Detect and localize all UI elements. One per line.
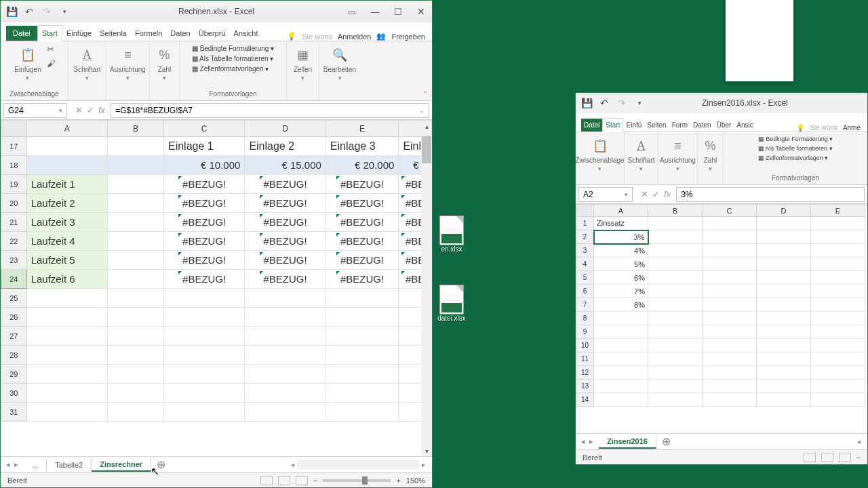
enter-formula-icon[interactable]: ✓: [87, 105, 94, 115]
cell[interactable]: [245, 346, 326, 365]
cell[interactable]: [703, 217, 757, 230]
row-header-20[interactable]: 20: [1, 194, 27, 213]
tab-data[interactable]: Daten: [166, 26, 194, 41]
conditional-formatting-button[interactable]: ▦ Bedingte Formatierung ▾: [190, 44, 276, 53]
row-header-27[interactable]: 27: [1, 327, 27, 346]
row-header-8[interactable]: 8: [576, 312, 594, 325]
cell[interactable]: [326, 346, 399, 365]
cell[interactable]: Laufzeit 6: [26, 270, 107, 289]
tab-file[interactable]: Datei: [581, 119, 602, 131]
cell[interactable]: [648, 339, 703, 352]
cell[interactable]: 3%: [594, 230, 648, 244]
cell[interactable]: [648, 244, 703, 258]
cell[interactable]: [757, 366, 811, 380]
cell[interactable]: [245, 289, 326, 308]
page-layout-view-button[interactable]: [278, 476, 290, 485]
row-header-1[interactable]: 1: [576, 217, 594, 230]
cell[interactable]: Laufzeit 3: [26, 213, 107, 232]
cell[interactable]: [163, 403, 244, 422]
cell[interactable]: [703, 258, 757, 271]
cell[interactable]: [757, 325, 811, 339]
cell-error[interactable]: #BEZUG!: [245, 194, 326, 213]
cell[interactable]: 6%: [594, 271, 648, 285]
fx-icon[interactable]: fx: [664, 189, 671, 199]
cell[interactable]: [648, 325, 703, 339]
cell[interactable]: Laufzeit 4: [26, 232, 107, 251]
cell-error[interactable]: #BEZUG!: [163, 251, 244, 270]
chevron-down-icon[interactable]: ▾: [625, 191, 628, 198]
sheet-tab-zinsen2016[interactable]: Zinsen2016: [599, 435, 656, 449]
cell[interactable]: [26, 308, 107, 327]
cell[interactable]: [107, 251, 163, 270]
tab-formulas[interactable]: Formeln: [131, 26, 166, 41]
cell[interactable]: [107, 213, 163, 232]
normal-view-button[interactable]: [260, 476, 273, 485]
row-header-30[interactable]: 30: [1, 384, 27, 403]
hscroll-right-icon[interactable]: ▸: [422, 461, 425, 468]
cell[interactable]: [107, 308, 163, 327]
cell[interactable]: [245, 403, 326, 422]
tell-me-icon[interactable]: 💡: [796, 124, 804, 131]
select-all-corner[interactable]: [1, 121, 27, 137]
zoom-slider[interactable]: [323, 479, 391, 482]
cell-error[interactable]: #BEZUG!: [326, 232, 399, 251]
cell-error[interactable]: #BEZUG!: [163, 270, 244, 289]
row-header-11[interactable]: 11: [576, 352, 594, 366]
cell[interactable]: [757, 271, 811, 285]
cell-error[interactable]: #BEZUG!: [245, 251, 326, 270]
scroll-up-icon[interactable]: ▴: [421, 123, 432, 130]
cell-styles-button[interactable]: ▦ Zellenformatvorlagen ▾: [756, 154, 835, 162]
tab-view[interactable]: Ansic: [734, 119, 755, 131]
row-header-22[interactable]: 22: [1, 232, 27, 251]
tab-data[interactable]: Daten: [690, 119, 714, 131]
cell[interactable]: [703, 298, 757, 312]
row-header-7[interactable]: 7: [576, 298, 594, 312]
cell[interactable]: [757, 298, 811, 312]
alignment-button[interactable]: ≡Ausrichtung▾: [658, 135, 697, 174]
cell[interactable]: [594, 352, 648, 366]
row-header-19[interactable]: 19: [1, 175, 27, 194]
cell[interactable]: [594, 339, 648, 352]
cell[interactable]: [245, 384, 326, 403]
row-header-29[interactable]: 29: [1, 365, 27, 384]
cell[interactable]: Laufzeit 1: [26, 175, 107, 194]
share-button[interactable]: Freigeben: [391, 33, 425, 41]
desktop-file-2[interactable]: datei.xlsx: [430, 285, 473, 322]
col-header-B[interactable]: B: [107, 121, 163, 137]
row-header-17[interactable]: 17: [1, 137, 27, 156]
cell[interactable]: [757, 230, 811, 244]
cell[interactable]: Laufzeit 2: [26, 194, 107, 213]
page-break-view-button[interactable]: [296, 476, 308, 485]
cell[interactable]: [107, 346, 163, 365]
page-layout-view-button[interactable]: [821, 453, 833, 462]
zoom-level[interactable]: 150%: [406, 476, 425, 485]
row-header-5[interactable]: 5: [576, 271, 594, 285]
row-header-3[interactable]: 3: [576, 244, 594, 258]
tabs-prev-icon[interactable]: ◂: [581, 437, 585, 446]
number-button[interactable]: %Zahl▾: [154, 44, 176, 83]
zoom-in-button[interactable]: +: [396, 476, 400, 485]
cell[interactable]: [107, 365, 163, 384]
cell-error[interactable]: #BEZUG!: [326, 270, 399, 289]
cell[interactable]: Einlage 2: [245, 137, 326, 156]
cell[interactable]: [326, 327, 399, 346]
cell[interactable]: [757, 339, 811, 352]
cell[interactable]: [594, 325, 648, 339]
cell[interactable]: [811, 393, 865, 407]
sign-in-link[interactable]: Anme: [843, 124, 861, 131]
cell[interactable]: [703, 380, 757, 393]
cell[interactable]: [648, 352, 703, 366]
cell-error[interactable]: #BEZUG!: [326, 175, 399, 194]
add-sheet-button[interactable]: ⊕: [151, 458, 171, 471]
col-header-D[interactable]: D: [245, 121, 326, 137]
cell[interactable]: [163, 365, 244, 384]
cell-error[interactable]: #BEZUG!: [326, 194, 399, 213]
row-header-6[interactable]: 6: [576, 285, 594, 298]
cell[interactable]: [703, 244, 757, 258]
ribbon-display-icon[interactable]: ▭: [347, 6, 357, 17]
cell-styles-button[interactable]: ▦ Zellenformatvorlagen ▾: [190, 64, 276, 73]
cell[interactable]: [245, 308, 326, 327]
cell[interactable]: [703, 325, 757, 339]
col-header-A[interactable]: A: [26, 121, 107, 137]
cell[interactable]: [811, 312, 865, 325]
